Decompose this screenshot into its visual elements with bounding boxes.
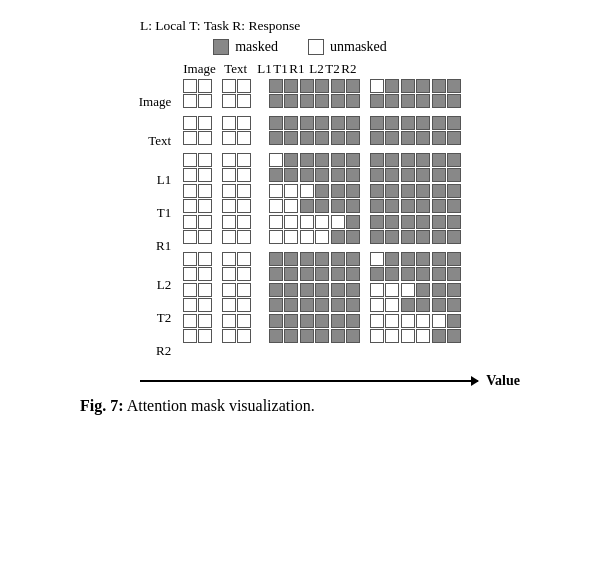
mini-sq-t1-l1-2	[269, 199, 283, 213]
mini-sq-r2-l1-1	[284, 314, 298, 328]
mini-sq-r1-r1-2	[331, 230, 345, 244]
masked-icon	[213, 39, 229, 55]
grid-row-r1	[183, 215, 461, 244]
mini-sq-r1-t1-2	[300, 230, 314, 244]
mini-sq-image-t1-2	[300, 94, 314, 108]
mini-sq-image-image-3	[198, 94, 212, 108]
mini-sq-l2-r1-0	[331, 252, 345, 266]
mini-sq-t2-image-0	[183, 283, 197, 297]
mini-sq-t1-r1-1	[346, 184, 360, 198]
mini-sq-t1-l1-0	[269, 184, 283, 198]
mini-sq-r2-text-3	[237, 329, 251, 343]
mini-sq-r1-t2-2	[401, 230, 415, 244]
mini-sq-image-t2-3	[416, 94, 430, 108]
mini-sq-r1-image-2	[183, 230, 197, 244]
mini-sq-r1-l1-0	[269, 215, 283, 229]
row-label-t2: T2	[157, 310, 171, 326]
value-arrow-line	[140, 380, 478, 382]
cell-l2-r1	[331, 252, 360, 281]
mini-sq-image-r1-1	[346, 79, 360, 93]
mini-sq-r1-l2-3	[385, 230, 399, 244]
cell-t1-l2	[370, 184, 399, 213]
mini-sq-text-text-3	[237, 131, 251, 145]
type-legend-text: L: Local T: Task R: Response	[140, 18, 300, 34]
mini-sq-t1-t1-3	[315, 199, 329, 213]
cell-image-image	[183, 79, 212, 108]
cell-t2-t2	[401, 283, 430, 312]
cell-t1-r1	[331, 184, 360, 213]
mini-sq-text-r2-0	[432, 116, 446, 130]
mini-sq-l1-r1-2	[331, 168, 345, 182]
mini-sq-l2-t2-1	[416, 252, 430, 266]
cell-l1-text	[222, 153, 251, 182]
mini-sq-l2-r1-3	[346, 267, 360, 281]
mini-sq-text-l2-2	[370, 131, 384, 145]
cell-text-image	[183, 116, 212, 145]
cell-r2-r2	[432, 314, 461, 343]
mini-sq-text-image-0	[183, 116, 197, 130]
mini-sq-l2-text-2	[222, 267, 236, 281]
row-label-r1: R1	[156, 238, 171, 254]
mini-sq-text-t1-1	[315, 116, 329, 130]
unmasked-legend-item: unmasked	[308, 39, 387, 55]
mini-sq-image-l1-2	[269, 94, 283, 108]
cell-l1-r1	[331, 153, 360, 182]
cell-text-t1	[300, 116, 329, 145]
mini-sq-r2-l1-2	[269, 329, 283, 343]
row-label-text: Text	[148, 133, 171, 149]
mini-sq-image-t2-1	[416, 79, 430, 93]
cell-l1-t1	[300, 153, 329, 182]
cell-l2-t2	[401, 252, 430, 281]
row-label-t1: T1	[157, 205, 171, 221]
mini-sq-r2-t1-3	[315, 329, 329, 343]
masked-legend-item: masked	[213, 39, 278, 55]
cell-image-r1	[331, 79, 360, 108]
mini-sq-r1-l2-2	[370, 230, 384, 244]
value-label: Value	[486, 373, 520, 389]
mini-sq-t1-l2-3	[385, 199, 399, 213]
mini-sq-text-r1-0	[331, 116, 345, 130]
cell-image-t1	[300, 79, 329, 108]
mini-sq-l1-t1-1	[315, 153, 329, 167]
mini-sq-image-t1-3	[315, 94, 329, 108]
cell-l2-l1	[269, 252, 298, 281]
mini-sq-t2-r1-2	[331, 298, 345, 312]
type-legend: L: Local T: Task R: Response	[140, 18, 300, 34]
cell-t1-t2	[401, 184, 430, 213]
mini-sq-l2-t1-0	[300, 252, 314, 266]
mini-sq-r1-r2-1	[447, 215, 461, 229]
grid-row-r2	[183, 314, 461, 343]
mini-sq-t1-l2-0	[370, 184, 384, 198]
mini-sq-t1-r1-2	[331, 199, 345, 213]
cell-l2-text	[222, 252, 251, 281]
mini-sq-t1-t1-2	[300, 199, 314, 213]
cell-t2-l2	[370, 283, 399, 312]
cell-r2-t1	[300, 314, 329, 343]
mini-sq-text-r2-3	[447, 131, 461, 145]
cell-text-l1	[269, 116, 298, 145]
figure-caption: Fig. 7: Attention mask visualization.	[80, 397, 315, 415]
mini-sq-r2-r1-3	[346, 329, 360, 343]
col-header-t2: T2	[325, 61, 339, 77]
mini-sq-t1-image-1	[198, 184, 212, 198]
mini-sq-l1-r2-3	[447, 168, 461, 182]
mini-sq-r1-r2-0	[432, 215, 446, 229]
grid-row-text	[183, 116, 461, 145]
cell-t1-l1	[269, 184, 298, 213]
mini-sq-t2-t1-1	[315, 283, 329, 297]
mini-sq-l1-l2-2	[370, 168, 384, 182]
mini-sq-l2-image-1	[198, 252, 212, 266]
row-label-l1: L1	[157, 172, 171, 188]
mini-sq-text-image-3	[198, 131, 212, 145]
mini-sq-r2-image-0	[183, 314, 197, 328]
mini-sq-image-text-3	[237, 94, 251, 108]
cell-t1-image	[183, 184, 212, 213]
mini-sq-t1-l2-2	[370, 199, 384, 213]
mini-sq-r2-image-3	[198, 329, 212, 343]
mini-sq-l1-t2-1	[416, 153, 430, 167]
mini-sq-r2-t2-2	[401, 329, 415, 343]
mini-sq-l1-l1-2	[269, 168, 283, 182]
mini-sq-t1-t2-1	[416, 184, 430, 198]
mini-sq-l2-t2-0	[401, 252, 415, 266]
cell-text-text	[222, 116, 251, 145]
